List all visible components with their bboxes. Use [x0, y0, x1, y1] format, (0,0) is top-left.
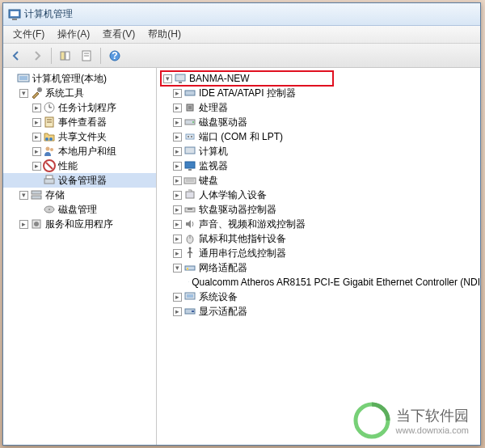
tree-label: 任务计划程序	[58, 101, 116, 115]
collapse-icon[interactable]: ▾	[19, 89, 28, 98]
device-hid[interactable]: ▸ 人体学输入设备	[157, 188, 480, 202]
expand-icon[interactable]: ▸	[32, 162, 41, 171]
svg-point-21	[46, 147, 50, 151]
tree-label: 人体学输入设备	[199, 188, 267, 202]
device-monitors[interactable]: ▸ 监视器	[157, 158, 480, 173]
tree-root[interactable]: 计算机管理(本地)	[3, 71, 156, 86]
show-hide-button[interactable]	[56, 46, 75, 66]
help-button[interactable]: ?	[105, 46, 124, 66]
tree-label: 性能	[58, 159, 78, 173]
device-keyboards[interactable]: ▸ 键盘	[157, 173, 480, 188]
tree-label: 计算机	[199, 145, 228, 158]
device-ide-controller[interactable]: ▸ IDE ATA/ATAPI 控制器	[157, 86, 480, 100]
device-mice[interactable]: ▸ 鼠标和其他指针设备	[157, 231, 480, 246]
forward-button[interactable]	[27, 46, 47, 66]
expand-icon[interactable]: ▸	[173, 235, 182, 243]
expand-icon[interactable]: ▸	[173, 191, 182, 200]
expand-icon[interactable]: ▸	[173, 133, 182, 142]
svg-text:?: ?	[112, 50, 117, 61]
tree-services[interactable]: ▸ 服务和应用程序	[3, 217, 156, 231]
computer-icon	[174, 72, 187, 85]
svg-rect-45	[188, 169, 192, 171]
menu-file[interactable]: 文件(F)	[6, 26, 51, 43]
back-button[interactable]	[6, 46, 26, 66]
menu-action[interactable]: 操作(A)	[51, 26, 96, 43]
svg-point-20	[49, 137, 53, 141]
svg-rect-33	[175, 74, 185, 81]
svg-line-24	[46, 163, 53, 169]
menu-view[interactable]: 查看(V)	[96, 26, 141, 43]
system-icon	[183, 290, 196, 303]
tree-label: 磁盘驱动器	[199, 116, 247, 129]
monitor-icon	[183, 159, 196, 172]
device-display-adapters[interactable]: ▸ 显示适配器	[157, 304, 480, 319]
svg-rect-28	[32, 196, 41, 199]
expand-icon[interactable]: ▸	[173, 205, 182, 214]
svg-rect-44	[185, 162, 195, 168]
svg-point-22	[50, 148, 53, 151]
device-network-adapters[interactable]: ▾ 网络适配器	[157, 260, 480, 275]
expand-icon[interactable]: ▸	[173, 249, 182, 258]
device-system[interactable]: ▸ 系统设备	[157, 290, 480, 304]
expand-icon[interactable]: ▸	[173, 220, 182, 229]
collapse-icon[interactable]: ▾	[173, 264, 182, 273]
collapse-icon[interactable]: ▾	[19, 191, 28, 200]
device-disk-drives[interactable]: ▸ 磁盘驱动器	[157, 115, 480, 129]
expand-icon[interactable]: ▸	[32, 118, 41, 127]
svg-rect-50	[185, 208, 195, 212]
expand-icon[interactable]: ▸	[173, 147, 182, 156]
device-usb[interactable]: ▸ 通用串行总线控制器	[157, 246, 480, 260]
tree-event-viewer[interactable]: ▸ 事件查看器	[3, 115, 156, 129]
tree-label: 系统工具	[45, 87, 84, 100]
tree-task-scheduler[interactable]: ▸ 任务计划程序	[3, 100, 156, 115]
menubar: 文件(F) 操作(A) 查看(V) 帮助(H)	[3, 26, 480, 44]
expand-icon[interactable]: ▸	[173, 293, 182, 302]
tree-label: 软盘驱动器控制器	[199, 203, 276, 217]
device-network-card[interactable]: Qualcomm Atheros AR8151 PCI-E Gigabit Et…	[157, 275, 480, 290]
expand-icon[interactable]: ▸	[32, 104, 41, 112]
watermark-title: 当下软件园	[396, 406, 469, 425]
svg-rect-35	[185, 91, 195, 95]
tree-shared-folders[interactable]: ▸ 共享文件夹	[3, 129, 156, 144]
content-area: 计算机管理(本地) ▾ 系统工具 ▸ 任务计划程序 ▸ 事件查看器 ▸ 共享文件…	[3, 68, 480, 445]
expand-icon[interactable]: ▸	[32, 147, 41, 156]
expand-icon[interactable]: ▸	[173, 176, 182, 185]
tree-system-tools[interactable]: ▾ 系统工具	[3, 86, 156, 100]
display-adapter-icon	[183, 305, 196, 318]
svg-rect-60	[187, 294, 193, 298]
tools-icon	[30, 87, 43, 99]
device-sound[interactable]: ▸ 声音、视频和游戏控制器	[157, 217, 480, 231]
device-floppy-controller[interactable]: ▸ 软盘驱动器控制器	[157, 202, 480, 217]
svg-rect-25	[44, 179, 54, 184]
expand-icon	[32, 176, 41, 185]
tree-disk-management[interactable]: 磁盘管理	[3, 202, 156, 217]
tree-device-manager[interactable]: 设备管理器	[3, 173, 156, 188]
tree-local-users[interactable]: ▸ 本地用户和组	[3, 144, 156, 158]
expand-icon[interactable]: ▸	[173, 307, 182, 316]
device-ports[interactable]: ▸ 端口 (COM 和 LPT)	[157, 129, 480, 144]
collapse-icon[interactable]: ▾	[163, 74, 172, 83]
menu-help[interactable]: 帮助(H)	[141, 26, 188, 43]
app-icon	[8, 8, 21, 21]
device-tree-root[interactable]: ▾ BANMA-NEW	[157, 71, 480, 86]
properties-button[interactable]	[77, 46, 96, 66]
services-icon	[30, 218, 43, 230]
network-icon	[183, 261, 196, 274]
expand-icon[interactable]: ▸	[173, 104, 182, 112]
expand-icon[interactable]: ▸	[173, 89, 182, 98]
svg-rect-2	[12, 19, 17, 20]
tree-storage[interactable]: ▾ 存储	[3, 188, 156, 202]
svg-rect-51	[188, 209, 192, 209]
expand-icon[interactable]: ▸	[32, 133, 41, 142]
device-computer[interactable]: ▸ 计算机	[157, 144, 480, 158]
expand-icon[interactable]: ▸	[19, 220, 28, 229]
svg-point-32	[34, 222, 39, 226]
svg-point-42	[191, 136, 192, 137]
tree-performance[interactable]: ▸ 性能	[3, 158, 156, 173]
toolbar-divider	[100, 48, 101, 64]
floppy-icon	[183, 203, 196, 216]
expand-icon[interactable]: ▸	[173, 118, 182, 127]
device-processors[interactable]: ▸ 处理器	[157, 100, 480, 115]
expand-icon[interactable]: ▸	[173, 162, 182, 171]
tree-label: 服务和应用程序	[45, 218, 113, 231]
